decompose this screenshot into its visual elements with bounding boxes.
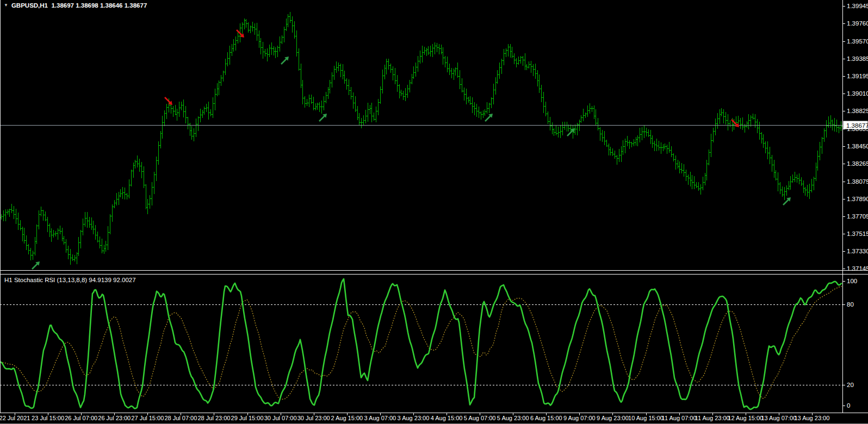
time-axis-label: 28 Jul 07:00 [164,415,197,421]
price-axis-label: 1.39195 [847,73,868,79]
price-axis-label: 1.39760 [847,20,868,27]
time-axis-label: 3 Aug 07:00 [364,415,396,421]
time-axis-label: 11 Aug 07:00 [662,415,697,421]
current-price-marker: 1.38677 [844,121,868,129]
time-axis-label: 9 Aug 23:00 [597,415,629,421]
time-axis-label: 26 Jul 07:00 [65,415,97,421]
indicator-axis-label: 100 [847,278,857,284]
sell-signal-arrow[interactable] [165,97,172,105]
price-axis-label: 1.38825 [847,108,868,114]
indicator-panel[interactable] [0,279,842,409]
time-axis-label: 2 Aug 15:00 [331,415,363,421]
price-axis-label: 1.39570 [847,38,868,45]
ohlc-bars [0,12,842,265]
indicator-axis-label: 80 [847,301,854,308]
buy-signal-arrow[interactable] [281,57,289,64]
symbol-dropdown-icon[interactable]: ▼ [4,3,8,8]
symbol-ohlc-text: GBPUSD,H1 1.38697 1.38698 1.38646 1.3867… [11,2,147,9]
indicator-axis-label: 0 [847,402,850,409]
buy-signal-arrow[interactable] [32,261,40,269]
time-axis-label: 9 Aug 07:00 [563,415,596,421]
time-axis-label: 4 Aug 15:00 [431,415,463,421]
time-axis-label: 6 Aug 15:00 [530,415,562,421]
time-axis-label: 22 Jul 2021 [0,415,30,421]
sell-signal-arrow[interactable] [731,120,739,127]
indicator-label: H1 Stochastic RSI (13,13,8,8) 94.9139 92… [4,277,136,283]
price-axis-label: 1.38075 [847,178,868,185]
price-axis-label: 1.37890 [847,196,868,202]
mt4-chart-window: 1.399451.397601.395701.393851.391951.390… [0,0,868,424]
price-axis-label: 1.38265 [847,160,868,167]
time-axis-label: 13 Aug 23:00 [794,415,829,421]
buy-signal-arrow[interactable] [319,114,327,121]
time-axis-label: 13 Aug 07:00 [761,415,796,421]
symbol-ohlc-header: ▼ GBPUSD,H1 1.38697 1.38698 1.38646 1.38… [4,2,147,9]
stoch-rsi-main-line [0,279,842,409]
time-axis-label: 12 Aug 15:00 [728,415,763,421]
current-price-value: 1.38677 [846,122,868,129]
price-axis-label: 1.37705 [847,213,868,220]
time-axis-label: 28 Jul 23:00 [198,415,231,421]
time-axis-label: 5 Aug 07:00 [464,415,496,421]
price-axis-label: 1.39010 [847,90,868,97]
price-axis-label: 1.39385 [847,55,868,62]
price-axis-label: 1.37330 [847,248,868,254]
time-axis-label: 23 Jul 15:00 [32,415,64,421]
price-panel[interactable] [0,12,842,270]
time-axis-label: 27 Jul 15:00 [131,415,164,421]
chart-area[interactable]: 1.399451.397601.395701.393851.391951.390… [0,0,868,424]
time-axis-label: 10 Aug 15:00 [628,415,664,421]
time-axis-label: 3 Aug 23:00 [398,415,430,421]
time-axis-label: 29 Jul 15:00 [231,415,264,421]
time-axis-label: 30 Jul 23:00 [297,415,330,421]
buy-signal-arrow[interactable] [485,114,493,121]
time-axis-label: 11 Aug 23:00 [695,415,730,421]
price-axis-label: 1.37515 [847,230,868,237]
time-axis-label: 26 Jul 23:00 [98,415,131,421]
indicator-axis-label: 20 [847,382,854,388]
price-axis-label: 1.39945 [847,3,868,9]
time-axis-label: 30 Jul 07:00 [264,415,297,421]
time-axis-label: 5 Aug 23:00 [497,415,529,421]
price-axis-label: 1.38450 [847,143,868,149]
price-axis-label: 1.37145 [847,265,868,272]
